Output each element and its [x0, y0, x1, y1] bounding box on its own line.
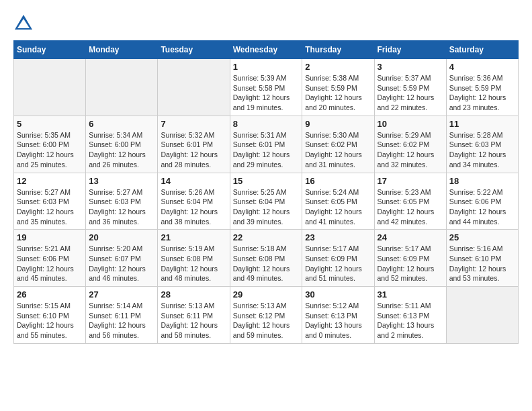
calendar-cell: 6Sunrise: 5:34 AMSunset: 6:00 PMDaylight…: [86, 116, 158, 173]
header: [13, 13, 519, 34]
calendar-cell: 5Sunrise: 5:35 AMSunset: 6:00 PMDaylight…: [14, 116, 86, 173]
day-info: Sunrise: 5:34 AMSunset: 6:00 PMDaylight:…: [89, 130, 154, 170]
day-info: Sunrise: 5:18 AMSunset: 6:08 PMDaylight:…: [233, 244, 300, 283]
day-info: Sunrise: 5:30 AMSunset: 6:02 PMDaylight:…: [305, 130, 371, 170]
calendar-cell: 21Sunrise: 5:19 AMSunset: 6:08 PMDayligh…: [158, 230, 230, 287]
calendar-cell: 28Sunrise: 5:13 AMSunset: 6:11 PMDayligh…: [158, 287, 230, 344]
day-info: Sunrise: 5:35 AMSunset: 6:00 PMDaylight:…: [17, 130, 83, 170]
day-number: 2: [305, 62, 371, 72]
calendar-cell: [86, 59, 158, 116]
calendar-cell: 22Sunrise: 5:18 AMSunset: 6:08 PMDayligh…: [230, 230, 302, 287]
calendar-cell: 29Sunrise: 5:13 AMSunset: 6:12 PMDayligh…: [230, 287, 302, 344]
day-number: 28: [161, 289, 226, 300]
calendar-cell: [14, 59, 86, 116]
day-number: 9: [305, 119, 371, 129]
calendar-week-row: 19Sunrise: 5:21 AMSunset: 6:06 PMDayligh…: [14, 230, 519, 287]
day-header-thursday: Thursday: [302, 41, 374, 59]
day-info: Sunrise: 5:13 AMSunset: 6:12 PMDaylight:…: [233, 301, 300, 340]
day-info: Sunrise: 5:21 AMSunset: 6:06 PMDaylight:…: [17, 244, 83, 283]
day-number: 27: [89, 289, 154, 300]
day-number: 6: [89, 119, 154, 129]
day-info: Sunrise: 5:14 AMSunset: 6:11 PMDaylight:…: [89, 301, 154, 340]
day-number: 22: [233, 232, 300, 242]
day-header-friday: Friday: [374, 41, 446, 59]
day-number: 16: [305, 176, 371, 186]
calendar-week-row: 12Sunrise: 5:27 AMSunset: 6:03 PMDayligh…: [14, 173, 519, 230]
day-number: 14: [161, 176, 226, 186]
day-info: Sunrise: 5:38 AMSunset: 5:59 PMDaylight:…: [305, 73, 371, 113]
day-info: Sunrise: 5:31 AMSunset: 6:01 PMDaylight:…: [233, 130, 300, 170]
calendar-cell: 26Sunrise: 5:15 AMSunset: 6:10 PMDayligh…: [14, 287, 86, 344]
calendar: SundayMondayTuesdayWednesdayThursdayFrid…: [13, 40, 519, 344]
day-number: 13: [89, 176, 154, 186]
day-header-sunday: Sunday: [14, 41, 86, 59]
calendar-week-row: 1Sunrise: 5:39 AMSunset: 5:58 PMDaylight…: [14, 59, 519, 116]
day-number: 18: [449, 176, 515, 186]
day-number: 12: [17, 176, 83, 186]
calendar-cell: 25Sunrise: 5:16 AMSunset: 6:10 PMDayligh…: [446, 230, 518, 287]
day-number: 31: [378, 289, 443, 300]
day-number: 4: [449, 62, 515, 72]
day-number: 17: [378, 176, 443, 186]
calendar-cell: 24Sunrise: 5:17 AMSunset: 6:09 PMDayligh…: [374, 230, 446, 287]
day-info: Sunrise: 5:26 AMSunset: 6:04 PMDaylight:…: [161, 187, 226, 227]
day-info: Sunrise: 5:24 AMSunset: 6:05 PMDaylight:…: [305, 187, 371, 227]
calendar-cell: 7Sunrise: 5:32 AMSunset: 6:01 PMDaylight…: [158, 116, 230, 173]
calendar-cell: 3Sunrise: 5:37 AMSunset: 5:59 PMDaylight…: [374, 59, 446, 116]
calendar-cell: 12Sunrise: 5:27 AMSunset: 6:03 PMDayligh…: [14, 173, 86, 230]
day-info: Sunrise: 5:29 AMSunset: 6:02 PMDaylight:…: [378, 130, 443, 170]
day-number: 7: [161, 119, 226, 129]
day-info: Sunrise: 5:12 AMSunset: 6:13 PMDaylight:…: [305, 301, 371, 340]
calendar-cell: 9Sunrise: 5:30 AMSunset: 6:02 PMDaylight…: [302, 116, 374, 173]
day-header-tuesday: Tuesday: [158, 41, 230, 59]
day-number: 29: [233, 289, 300, 300]
calendar-cell: 11Sunrise: 5:28 AMSunset: 6:03 PMDayligh…: [446, 116, 518, 173]
calendar-week-row: 26Sunrise: 5:15 AMSunset: 6:10 PMDayligh…: [14, 287, 519, 344]
day-number: 11: [449, 119, 515, 129]
day-info: Sunrise: 5:36 AMSunset: 5:59 PMDaylight:…: [449, 73, 515, 113]
calendar-cell: 17Sunrise: 5:23 AMSunset: 6:05 PMDayligh…: [374, 173, 446, 230]
day-number: 19: [17, 232, 83, 242]
calendar-cell: 31Sunrise: 5:11 AMSunset: 6:13 PMDayligh…: [374, 287, 446, 344]
day-number: 26: [17, 289, 83, 300]
day-info: Sunrise: 5:16 AMSunset: 6:10 PMDaylight:…: [449, 244, 515, 283]
day-number: 15: [233, 176, 300, 186]
day-info: Sunrise: 5:22 AMSunset: 6:06 PMDaylight:…: [449, 187, 515, 227]
day-number: 1: [233, 62, 300, 72]
calendar-cell: 8Sunrise: 5:31 AMSunset: 6:01 PMDaylight…: [230, 116, 302, 173]
day-info: Sunrise: 5:13 AMSunset: 6:11 PMDaylight:…: [161, 301, 226, 340]
day-number: 10: [378, 119, 443, 129]
day-number: 3: [378, 62, 443, 72]
day-info: Sunrise: 5:32 AMSunset: 6:01 PMDaylight:…: [161, 130, 226, 170]
day-info: Sunrise: 5:37 AMSunset: 5:59 PMDaylight:…: [378, 73, 443, 113]
calendar-cell: 30Sunrise: 5:12 AMSunset: 6:13 PMDayligh…: [302, 287, 374, 344]
calendar-cell: 16Sunrise: 5:24 AMSunset: 6:05 PMDayligh…: [302, 173, 374, 230]
day-number: 21: [161, 232, 226, 242]
day-info: Sunrise: 5:27 AMSunset: 6:03 PMDaylight:…: [17, 187, 83, 227]
calendar-cell: 18Sunrise: 5:22 AMSunset: 6:06 PMDayligh…: [446, 173, 518, 230]
day-number: 30: [305, 289, 371, 300]
calendar-cell: 14Sunrise: 5:26 AMSunset: 6:04 PMDayligh…: [158, 173, 230, 230]
calendar-header-row: SundayMondayTuesdayWednesdayThursdayFrid…: [14, 41, 519, 59]
day-info: Sunrise: 5:28 AMSunset: 6:03 PMDaylight:…: [449, 130, 515, 170]
logo: [13, 13, 36, 34]
day-number: 8: [233, 119, 300, 129]
day-header-saturday: Saturday: [446, 41, 518, 59]
day-header-wednesday: Wednesday: [230, 41, 302, 59]
calendar-cell: 20Sunrise: 5:20 AMSunset: 6:07 PMDayligh…: [86, 230, 158, 287]
day-header-monday: Monday: [86, 41, 158, 59]
calendar-cell: 10Sunrise: 5:29 AMSunset: 6:02 PMDayligh…: [374, 116, 446, 173]
day-number: 24: [378, 232, 443, 242]
calendar-cell: [446, 287, 518, 344]
day-info: Sunrise: 5:39 AMSunset: 5:58 PMDaylight:…: [233, 73, 300, 113]
day-info: Sunrise: 5:17 AMSunset: 6:09 PMDaylight:…: [378, 244, 443, 283]
day-number: 25: [449, 232, 515, 242]
day-number: 20: [89, 232, 154, 242]
day-number: 23: [305, 232, 371, 242]
calendar-cell: 15Sunrise: 5:25 AMSunset: 6:04 PMDayligh…: [230, 173, 302, 230]
calendar-cell: [158, 59, 230, 116]
calendar-cell: 4Sunrise: 5:36 AMSunset: 5:59 PMDaylight…: [446, 59, 518, 116]
calendar-week-row: 5Sunrise: 5:35 AMSunset: 6:00 PMDaylight…: [14, 116, 519, 173]
day-info: Sunrise: 5:20 AMSunset: 6:07 PMDaylight:…: [89, 244, 154, 283]
day-info: Sunrise: 5:23 AMSunset: 6:05 PMDaylight:…: [378, 187, 443, 227]
